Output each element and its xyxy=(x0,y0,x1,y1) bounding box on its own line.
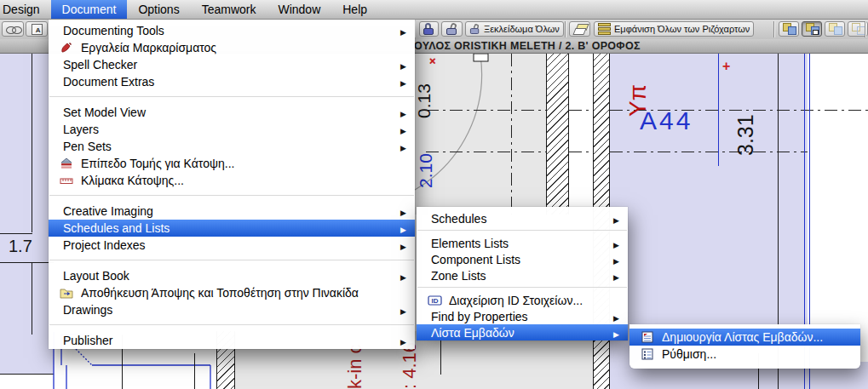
submenu-arrow-icon xyxy=(400,204,406,218)
axis-line xyxy=(511,54,512,215)
menubar-item-help[interactable]: Help xyxy=(331,0,378,19)
menu-item-component-lists[interactable]: Component Lists xyxy=(417,251,628,267)
menubar-item-document[interactable]: Document xyxy=(51,0,128,19)
unlock-button[interactable] xyxy=(441,21,463,37)
menu-item-documenting-tools[interactable]: Documenting Tools xyxy=(49,22,415,39)
menu-item-pen-sets[interactable]: Pen Sets xyxy=(49,138,415,155)
wall-line xyxy=(0,233,32,234)
menu-item-set-model-view[interactable]: Set Model View xyxy=(49,104,415,121)
autotext-icon: A xyxy=(32,24,43,35)
menubar-item-window[interactable]: Window xyxy=(267,0,331,19)
menu-item-schedules-and-lists[interactable]: Schedules and Lists xyxy=(49,220,415,237)
zone-fill-left xyxy=(0,54,54,374)
menu-bar: Design Document Options Teamwork Window … xyxy=(0,0,868,20)
menu-separator xyxy=(49,189,415,203)
submenu-arrow-icon xyxy=(400,123,406,136)
window-title: ΟΥΛΟΣ ORISTIKH MELETH / 2. Β' ΟΡΟΦΟΣ xyxy=(414,40,641,52)
unlock-all-button[interactable]: Ξεκλείδωμα Όλων xyxy=(465,21,564,37)
submenu-arrow-icon xyxy=(400,140,406,153)
chain-icon xyxy=(6,25,20,34)
trace-reference-faded-button[interactable] xyxy=(825,21,845,37)
submenu-arrow-icon xyxy=(400,334,406,347)
wall-line xyxy=(32,54,32,232)
padlock-closed-icon xyxy=(423,23,434,35)
submenu-arrow-icon xyxy=(400,106,406,119)
submenu-arrow-icon xyxy=(400,58,406,72)
toolbar-separator xyxy=(565,21,566,37)
lock-button[interactable] xyxy=(419,21,439,37)
hotspot-cross: + xyxy=(722,62,730,71)
document-menu: Documenting Tools Εργαλεία Μαρκαρίσματος… xyxy=(49,19,415,349)
submenu-arrow-icon xyxy=(400,238,406,252)
menubar-item-design[interactable]: Design xyxy=(0,0,51,19)
submenu-arrow-icon xyxy=(613,212,619,226)
zone-label: A44 xyxy=(640,106,693,135)
menu-item-floor-plan-scale[interactable]: Κλίμακα Κάτοψης... xyxy=(49,172,415,189)
wall-line xyxy=(194,353,195,389)
menu-item-drawings[interactable]: Drawings xyxy=(49,301,415,318)
menu-item-publisher[interactable]: Publisher xyxy=(49,332,415,349)
menu-separator xyxy=(49,90,415,104)
menu-item-spell-checker[interactable]: Spell Checker xyxy=(49,56,415,73)
submenu-arrow-icon xyxy=(400,303,406,317)
marker-icon xyxy=(60,41,77,54)
menu-item-save-view-and-place[interactable]: Αποθήκευση Άποψης και Τοποθέτηση στην Πι… xyxy=(49,284,415,301)
padlock-open-icon xyxy=(446,23,457,35)
trace-layers-button[interactable] xyxy=(569,21,590,37)
dimension-label: 3.31 xyxy=(733,98,758,156)
settings-icon xyxy=(641,347,658,361)
menubar-item-options[interactable]: Options xyxy=(127,0,190,19)
menu-item-layers[interactable]: Layers xyxy=(49,121,415,138)
submenu-arrow-icon xyxy=(613,237,619,250)
menu-separator xyxy=(417,226,628,235)
menu-item-zone-lists[interactable]: Zone Lists xyxy=(417,267,628,283)
menu-separator xyxy=(49,254,415,267)
wall-line xyxy=(440,335,441,375)
menu-item-area-list[interactable]: Λίστα Εμβαδών xyxy=(417,324,628,340)
menu-item-element-id-manager[interactable]: ID Διαχείριση ID Στοιχείων... xyxy=(417,292,628,308)
trace-reference-faded-icon xyxy=(829,23,841,35)
menu-item-find-by-properties[interactable]: Find by Properties xyxy=(417,308,628,324)
menu-item-layout-book[interactable]: Layout Book xyxy=(49,267,415,284)
trace-reference-active-button[interactable] xyxy=(802,21,822,37)
layers-icon xyxy=(573,24,586,35)
menu-item-document-extras[interactable]: Document Extras xyxy=(49,73,415,90)
wall-line xyxy=(32,263,32,335)
link-button[interactable] xyxy=(2,21,24,37)
menu-item-create-area-list[interactable]: Δημιουργία Λίστας Εμβαδών... xyxy=(629,329,860,346)
dimension-label: 1.7 xyxy=(9,237,32,256)
trace-reference-button[interactable] xyxy=(779,21,799,37)
trace-reference-active-icon xyxy=(806,23,818,35)
id-manager-icon: ID xyxy=(428,294,445,307)
svg-text:ID: ID xyxy=(432,297,439,305)
menu-separator xyxy=(417,283,628,292)
menu-item-markup-tools[interactable]: Εργαλεία Μαρκαρίσματος xyxy=(49,39,415,56)
autotext-button[interactable]: A xyxy=(26,21,48,37)
toolbar-separator xyxy=(865,21,866,37)
menu-item-project-indexes[interactable]: Project Indexes xyxy=(49,237,415,254)
menubar-item-teamwork[interactable]: Teamwork xyxy=(191,0,267,19)
grid-line xyxy=(718,54,719,166)
exterior-area xyxy=(808,54,868,362)
save-view-icon xyxy=(60,286,77,300)
show-all-trace-button[interactable]: Εμφάνιση Όλων των Ριζόχαρτων xyxy=(594,21,754,37)
create-area-list-icon xyxy=(641,330,658,344)
menu-item-floor-plan-cut-plane[interactable]: Επίπεδο Τομής για Κάτοψη... xyxy=(49,155,415,172)
menu-item-schedules[interactable]: Schedules xyxy=(417,210,628,226)
trace-reference-ghost-icon xyxy=(852,23,864,35)
submenu-arrow-icon xyxy=(613,269,619,283)
trace-lines-icon xyxy=(598,23,611,35)
dimension-label: 0.13 xyxy=(414,66,434,118)
menu-item-creative-imaging[interactable]: Creative Imaging xyxy=(49,203,415,220)
wall-line xyxy=(0,262,54,263)
submenu-arrow-icon xyxy=(400,24,406,37)
show-trace-label: Εμφάνιση Όλων των Ριζόχαρτων xyxy=(614,24,750,34)
dimension-label: 2.10 xyxy=(416,118,436,188)
section-plane-icon xyxy=(60,157,77,170)
menu-item-elements-lists[interactable]: Elements Lists xyxy=(417,235,628,251)
padlock-open-icon xyxy=(470,24,480,34)
wall-hatch xyxy=(546,54,569,215)
menu-item-area-list-setup[interactable]: Ρύθμιση... xyxy=(629,346,860,363)
toolbar-separator xyxy=(773,21,775,37)
app-window: 1.7 + 0.13 2.10 Υπ A44 + 3.31 xyxy=(0,0,868,389)
